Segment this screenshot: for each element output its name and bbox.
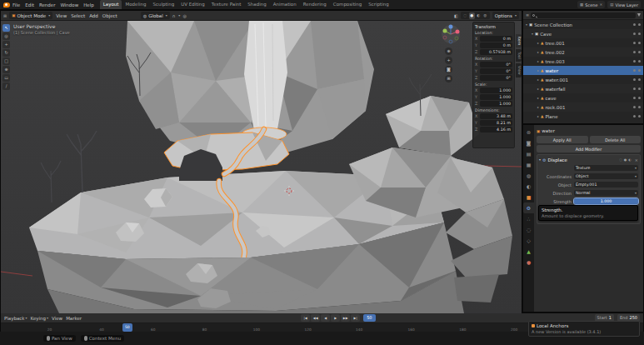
hide-icon[interactable] — [633, 106, 636, 108]
move-view-icon[interactable]: + — [445, 57, 452, 64]
sidebar-tab-view[interactable]: View — [516, 63, 522, 78]
play-reverse-button[interactable]: ◀ — [321, 314, 330, 322]
display-edit-icon[interactable]: ◌ — [619, 158, 622, 162]
hide-icon[interactable] — [633, 78, 636, 81]
disable-icon[interactable] — [638, 88, 641, 90]
snap-magnet-icon[interactable]: ∩ — [172, 13, 176, 18]
blender-logo-icon[interactable] — [3, 2, 10, 8]
outliner-row[interactable]: ▸▲tree.002 — [523, 48, 643, 57]
outliner-editor-icon[interactable]: ≡ — [526, 12, 529, 18]
addon-notification[interactable]: Local Anchors A new Version is available… — [528, 321, 640, 337]
rotation-x-field[interactable]: 0° — [480, 62, 512, 68]
disable-icon[interactable] — [638, 115, 641, 118]
outliner-row[interactable]: ▸▲Plane — [523, 112, 643, 121]
strength-slider[interactable]: 1.000 — [574, 198, 638, 205]
navigation-gizmo[interactable] — [441, 24, 461, 45]
properties-tab-physics[interactable]: ◌ — [523, 224, 534, 235]
object-menu[interactable]: Object — [102, 13, 118, 18]
properties-tab-object-data[interactable]: ▲ — [523, 246, 534, 257]
workspace-tab-layout[interactable]: Layout — [100, 0, 122, 9]
rotation-y-field[interactable]: 0° — [480, 68, 512, 74]
workspace-tab-shading[interactable]: Shading — [244, 0, 269, 9]
measure-tool[interactable]: ∕ — [2, 82, 10, 90]
hide-icon[interactable] — [633, 60, 636, 62]
workspace-tab-rendering[interactable]: Rendering — [300, 0, 330, 9]
modifier-name[interactable]: Displace — [548, 158, 567, 162]
menu-render[interactable]: Render — [39, 2, 56, 8]
transform-tool[interactable]: ⊕ — [2, 66, 10, 73]
scale-x-field[interactable]: 1.000 — [480, 88, 512, 93]
workspace-tab-modeling[interactable]: Modeling — [122, 0, 149, 9]
xray-toggle-icon[interactable]: ◧ — [454, 13, 458, 18]
select-box-tool[interactable]: ↖ — [2, 24, 10, 32]
outliner-row-scene-collection[interactable]: ▾▣Scene Collection — [523, 20, 643, 29]
disable-icon[interactable] — [638, 60, 641, 62]
hide-icon[interactable] — [633, 42, 636, 44]
menu-edit[interactable]: Edit — [25, 2, 34, 8]
outliner-row[interactable]: ▸▲rock.001 — [523, 102, 643, 112]
marker-menu[interactable]: Marker — [66, 316, 82, 321]
cursor-tool[interactable]: ◎ — [2, 32, 10, 40]
playback-menu[interactable]: Playback▾ — [4, 316, 27, 321]
next-keyframe-button[interactable]: ▶▶ — [341, 314, 350, 322]
solid-shading-icon[interactable]: ● — [469, 12, 475, 19]
workspace-tab-uv-editing[interactable]: UV Editing — [177, 0, 208, 9]
view-menu[interactable]: View — [52, 316, 62, 321]
coordinates-dropdown[interactable]: Object▾ — [574, 173, 638, 180]
play-button[interactable]: ▶ — [331, 314, 340, 322]
outliner-row[interactable]: ▸▲tree.001 — [523, 38, 643, 48]
current-frame-field[interactable]: 50 — [363, 314, 375, 322]
add-modifier-button[interactable]: Add Modifier — [537, 145, 641, 152]
hide-icon[interactable] — [633, 88, 636, 90]
wireframe-shading-icon[interactable]: ◌ — [462, 12, 468, 19]
sidebar-tab-item[interactable]: Item — [516, 34, 522, 48]
unlink-scene-icon[interactable]: × — [600, 2, 603, 7]
direction-dropdown[interactable]: Normal▾ — [574, 190, 638, 197]
transform-panel-header[interactable]: Transform — [475, 24, 512, 29]
location-x-field[interactable]: 0 m — [480, 36, 512, 42]
outliner-row-selected[interactable]: ▸▲water — [523, 66, 643, 75]
properties-tab-render[interactable]: ◙ — [523, 138, 534, 148]
hide-icon[interactable] — [633, 32, 636, 35]
move-tool[interactable]: + — [2, 41, 10, 48]
hide-icon[interactable] — [633, 69, 636, 72]
options-menu[interactable]: Options ▾ — [492, 12, 519, 19]
disable-icon[interactable] — [638, 42, 641, 44]
properties-tab-modifiers[interactable]: ⚙ — [523, 202, 534, 213]
delete-all-button[interactable]: Delete All — [590, 136, 642, 143]
dimensions-z-field[interactable]: 4.16 m — [480, 127, 512, 132]
outliner-row[interactable]: ▸▲water.001 — [523, 75, 643, 84]
scale-y-field[interactable]: 1.000 — [480, 94, 512, 100]
disable-icon[interactable] — [638, 23, 641, 26]
disable-icon[interactable] — [638, 69, 641, 72]
scene-selector[interactable]: ▦ Scene × — [577, 1, 605, 8]
disable-icon[interactable] — [638, 78, 641, 81]
material-shading-icon[interactable]: ◐ — [476, 12, 482, 19]
properties-tab-view-layer[interactable]: ▦ — [523, 159, 534, 170]
disable-icon[interactable] — [638, 97, 641, 99]
properties-tab-particles[interactable]: ∴ — [523, 213, 534, 224]
hide-icon[interactable] — [633, 23, 636, 26]
3d-viewport[interactable]: ⊞ ▣ Object Mode ▾ View Select Add Object… — [0, 10, 522, 312]
properties-tab-output[interactable]: ▤ — [523, 148, 534, 159]
properties-tab-object[interactable]: ■ — [523, 192, 534, 202]
snap-options-chevron-icon[interactable]: ▾ — [178, 13, 180, 18]
previous-keyframe-button[interactable]: ◀◀ — [311, 314, 320, 322]
workspace-tab-texture-paint[interactable]: Texture Paint — [208, 0, 245, 9]
workspace-tab-sculpting[interactable]: Sculpting — [149, 0, 177, 9]
3d-scene-canvas[interactable] — [1, 21, 522, 313]
properties-tab-scene[interactable]: ◍ — [523, 170, 534, 181]
view-menu[interactable]: View — [55, 13, 67, 18]
properties-tab-tool[interactable]: ⊚ — [523, 127, 534, 138]
camera-view-icon[interactable]: ◙ — [445, 66, 452, 73]
zoom-icon[interactable]: ⊕ — [445, 48, 452, 55]
hide-icon[interactable] — [633, 51, 636, 53]
keying-menu[interactable]: Keying▾ — [31, 316, 49, 321]
object-field[interactable]: Empty.001 — [574, 182, 638, 188]
disable-icon[interactable] — [638, 51, 641, 53]
jump-to-start-button[interactable]: |◀ — [301, 314, 310, 322]
timeline-playhead[interactable]: 50 — [122, 323, 132, 332]
delete-modifier-icon[interactable]: × — [635, 158, 638, 162]
workspace-tab-animation[interactable]: Animation — [270, 0, 300, 9]
apply-all-button[interactable]: Apply All — [537, 136, 588, 143]
